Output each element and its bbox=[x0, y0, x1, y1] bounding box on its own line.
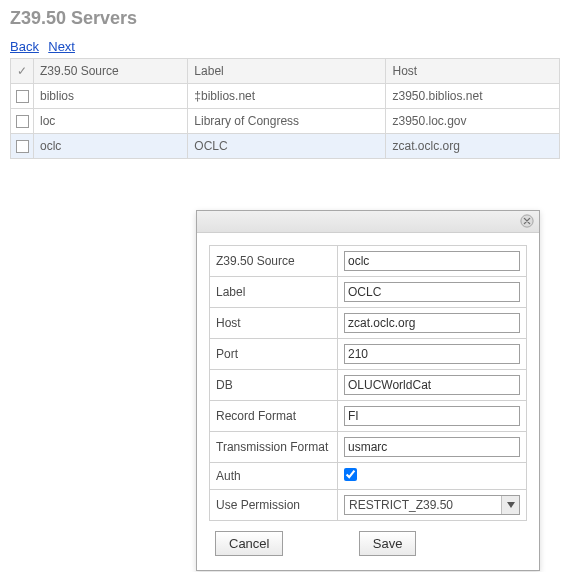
use-permission-value: RESTRICT_Z39.50 bbox=[345, 496, 501, 514]
server-form: Z39.50 Source Label Host Port DB Record … bbox=[209, 245, 527, 521]
cell-label: OCLC bbox=[188, 134, 386, 159]
back-link[interactable]: Back bbox=[10, 39, 39, 54]
label-input[interactable] bbox=[344, 282, 520, 302]
cell-source: loc bbox=[34, 109, 188, 134]
field-label-source: Z39.50 Source bbox=[210, 246, 338, 277]
chevron-down-icon[interactable] bbox=[501, 496, 519, 514]
host-input[interactable] bbox=[344, 313, 520, 333]
dialog-header[interactable] bbox=[197, 211, 539, 233]
field-label-use-permission: Use Permission bbox=[210, 490, 338, 521]
field-label-label: Label bbox=[210, 277, 338, 308]
field-label-db: DB bbox=[210, 370, 338, 401]
field-label-record-format: Record Format bbox=[210, 401, 338, 432]
row-checkbox[interactable] bbox=[16, 115, 29, 128]
table-row[interactable]: oclc OCLC zcat.oclc.org bbox=[11, 134, 560, 159]
nav-links: Back Next bbox=[10, 39, 560, 54]
cell-label: ‡biblios.net bbox=[188, 84, 386, 109]
field-label-auth: Auth bbox=[210, 463, 338, 490]
source-input[interactable] bbox=[344, 251, 520, 271]
col-header-source[interactable]: Z39.50 Source bbox=[34, 59, 188, 84]
row-checkbox[interactable] bbox=[16, 140, 29, 153]
cell-host: z3950.loc.gov bbox=[386, 109, 560, 134]
edit-server-dialog: Z39.50 Source Label Host Port DB Record … bbox=[196, 210, 540, 571]
record-format-input[interactable] bbox=[344, 406, 520, 426]
servers-table: ✓ Z39.50 Source Label Host biblios ‡bibl… bbox=[10, 58, 560, 159]
auth-checkbox[interactable] bbox=[344, 468, 357, 481]
transmission-format-input[interactable] bbox=[344, 437, 520, 457]
port-input[interactable] bbox=[344, 344, 520, 364]
cell-source: biblios bbox=[34, 84, 188, 109]
next-link[interactable]: Next bbox=[48, 39, 75, 54]
cancel-button[interactable]: Cancel bbox=[215, 531, 283, 556]
cell-source: oclc bbox=[34, 134, 188, 159]
cell-label: Library of Congress bbox=[188, 109, 386, 134]
use-permission-select[interactable]: RESTRICT_Z39.50 bbox=[344, 495, 520, 515]
save-button[interactable]: Save bbox=[359, 531, 417, 556]
page-title: Z39.50 Servers bbox=[10, 8, 560, 29]
col-header-host[interactable]: Host bbox=[386, 59, 560, 84]
cell-host: zcat.oclc.org bbox=[386, 134, 560, 159]
field-label-port: Port bbox=[210, 339, 338, 370]
col-header-label[interactable]: Label bbox=[188, 59, 386, 84]
field-label-transmission-format: Transmission Format bbox=[210, 432, 338, 463]
col-header-check[interactable]: ✓ bbox=[11, 59, 34, 84]
cell-host: z3950.biblios.net bbox=[386, 84, 560, 109]
field-label-host: Host bbox=[210, 308, 338, 339]
db-input[interactable] bbox=[344, 375, 520, 395]
row-checkbox[interactable] bbox=[16, 90, 29, 103]
table-row[interactable]: loc Library of Congress z3950.loc.gov bbox=[11, 109, 560, 134]
table-row[interactable]: biblios ‡biblios.net z3950.biblios.net bbox=[11, 84, 560, 109]
close-icon[interactable] bbox=[519, 213, 535, 229]
